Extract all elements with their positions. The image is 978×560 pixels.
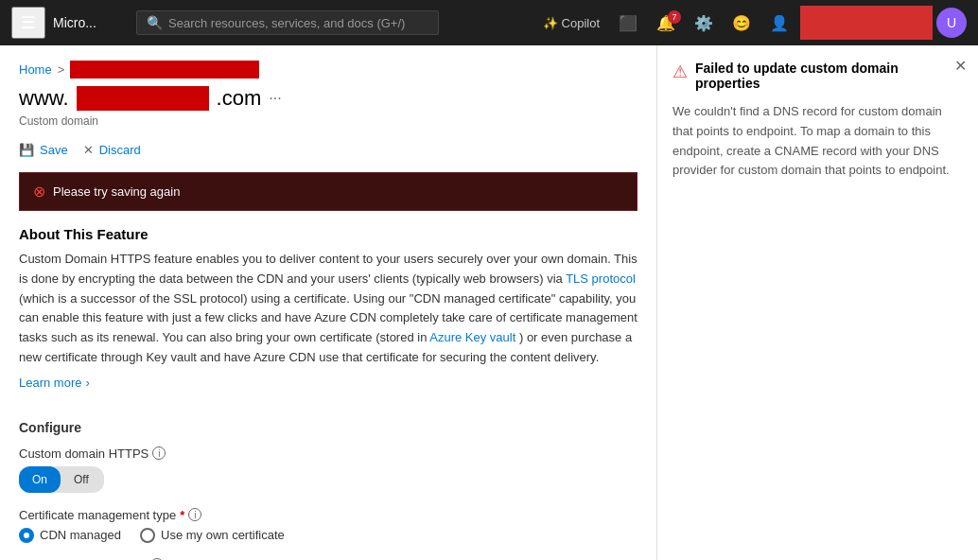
- own-cert-radio[interactable]: [140, 528, 155, 543]
- https-label: Custom domain HTTPS i: [19, 446, 637, 461]
- about-section: About This Feature Custom Domain HTTPS f…: [19, 226, 637, 405]
- discard-button[interactable]: ✕ Discard: [83, 139, 141, 161]
- error-popup-panel: ⚠ Failed to update custom domain propert…: [656, 45, 978, 560]
- save-icon: 💾: [19, 143, 34, 157]
- cert-type-label: Certificate management type * i: [19, 508, 637, 522]
- search-input[interactable]: [168, 16, 428, 30]
- keyvault-link[interactable]: Azure Key vault: [429, 330, 515, 344]
- error-popup-icon: ⚠: [672, 61, 688, 82]
- terminal-button[interactable]: ⬛: [611, 9, 645, 38]
- breadcrumb: Home >: [19, 61, 637, 79]
- own-cert-label: Use my own certificate: [161, 528, 285, 542]
- configure-section: Configure Custom domain HTTPS i On Off C…: [19, 420, 637, 560]
- about-body: Custom Domain HTTPS feature enables you …: [19, 250, 637, 368]
- copilot-button[interactable]: ✨ Copilot: [535, 10, 607, 36]
- custom-domain-label: Custom domain: [19, 114, 637, 128]
- settings-button[interactable]: ⚙️: [687, 9, 721, 38]
- cert-required-marker: *: [180, 508, 184, 522]
- https-toggle-group: Custom domain HTTPS i On Off: [19, 446, 637, 493]
- app-logo: Micro...: [53, 15, 129, 30]
- main-wrapper: Home > www. .com ··· Custom domain 💾 Sav…: [0, 45, 978, 560]
- error-popup-title: Failed to update custom domain propertie…: [695, 61, 963, 91]
- action-bar: 💾 Save ✕ Discard: [19, 139, 637, 161]
- toggle-off-label: Off: [61, 466, 102, 493]
- domain-suffix: .com: [217, 86, 262, 111]
- error-popup-header: ⚠ Failed to update custom domain propert…: [672, 61, 963, 91]
- feedback-button[interactable]: 👤: [762, 9, 796, 38]
- error-popup-body: We couldn't find a DNS record for custom…: [672, 102, 963, 181]
- notifications-button[interactable]: 🔔 7: [649, 9, 683, 38]
- discard-icon: ✕: [83, 143, 94, 157]
- cert-type-group: Certificate management type * i CDN mana…: [19, 508, 637, 543]
- configure-title: Configure: [19, 420, 637, 435]
- red-action-button[interactable]: [800, 6, 933, 40]
- cert-cdn-managed-option[interactable]: CDN managed: [19, 528, 121, 543]
- cdn-managed-radio[interactable]: [19, 528, 34, 543]
- toggle-on-label: On: [19, 466, 61, 493]
- left-panel: Home > www. .com ··· Custom domain 💾 Sav…: [0, 45, 656, 560]
- cert-radio-group: CDN managed Use my own certificate: [19, 528, 637, 543]
- tls-link[interactable]: TLS protocol: [566, 271, 636, 286]
- about-title: About This Feature: [19, 226, 637, 242]
- breadcrumb-current: [70, 61, 259, 79]
- breadcrumb-sep: >: [58, 62, 65, 77]
- hamburger-menu[interactable]: ☰: [11, 7, 45, 39]
- error-banner-icon: ⊗: [33, 183, 45, 201]
- breadcrumb-home[interactable]: Home: [19, 62, 52, 77]
- cdn-managed-label: CDN managed: [40, 528, 121, 542]
- search-bar[interactable]: 🔍: [136, 10, 439, 35]
- avatar[interactable]: U: [936, 8, 967, 38]
- chevron-icon: ›: [85, 376, 89, 390]
- notification-badge: 7: [668, 10, 681, 24]
- topbar-icons: ✨ Copilot ⬛ 🔔 7 ⚙️ 😊 👤 U: [535, 6, 967, 40]
- https-info-icon[interactable]: i: [152, 446, 166, 460]
- learn-more-link[interactable]: Learn more ›: [19, 376, 90, 390]
- help-button[interactable]: 😊: [725, 9, 759, 38]
- domain-prefix: www.: [19, 86, 69, 111]
- toggle-container: On Off: [19, 466, 637, 493]
- domain-menu-dots[interactable]: ···: [269, 90, 281, 107]
- https-toggle[interactable]: On Off: [19, 466, 104, 493]
- save-button[interactable]: 💾 Save: [19, 139, 68, 161]
- error-popup-close-button[interactable]: ✕: [954, 57, 967, 75]
- cert-own-option[interactable]: Use my own certificate: [140, 528, 285, 543]
- error-banner: ⊗ Please try saving again: [19, 172, 637, 211]
- search-icon: 🔍: [147, 15, 163, 30]
- domain-header: www. .com ···: [19, 86, 637, 111]
- domain-redacted: [77, 86, 209, 111]
- copilot-icon: ✨: [543, 16, 558, 30]
- topbar: ☰ Micro... 🔍 ✨ Copilot ⬛ 🔔 7 ⚙️ 😊 👤 U: [0, 0, 978, 45]
- cert-info-icon[interactable]: i: [188, 508, 201, 521]
- error-banner-message: Please try saving again: [53, 184, 180, 199]
